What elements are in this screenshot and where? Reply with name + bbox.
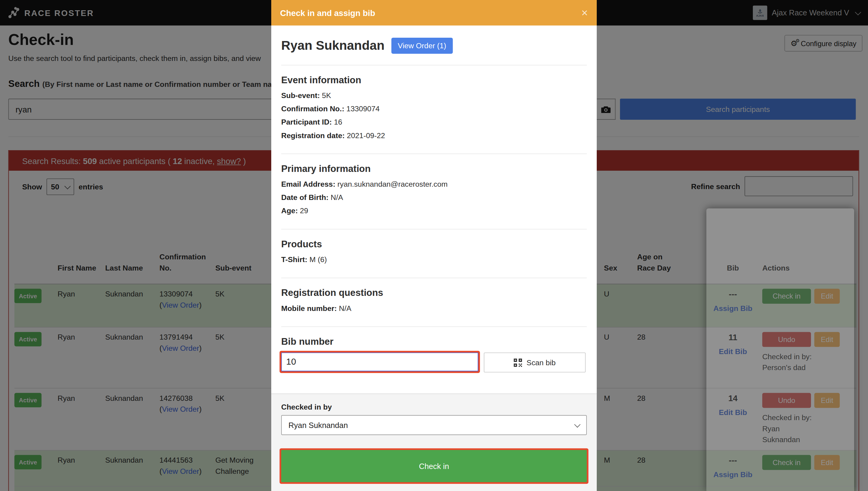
view-order-button[interactable]: View Order (1) xyxy=(391,38,453,54)
checked-in-by-select[interactable]: Ryan Suknandan xyxy=(281,415,587,435)
info-line: Participant ID: 16 xyxy=(281,116,587,129)
info-line: Mobile number: N/A xyxy=(281,302,587,315)
info-line: Sub-event: 5K xyxy=(281,89,587,103)
sticky-actions-column-panel xyxy=(707,208,854,491)
app-window: RACE ROSTER ⚓ AJAX Ajax Race Weekend V C… xyxy=(0,0,868,491)
check-in-submit-button[interactable]: Check in xyxy=(281,450,587,482)
section-heading: Event information xyxy=(281,75,587,86)
divider xyxy=(281,278,587,278)
info-line: Registration date: 2021-09-22 xyxy=(281,129,587,142)
scan-bib-button[interactable]: Scan bib xyxy=(484,352,586,373)
modal-header: Check in and assign bib × xyxy=(271,0,597,26)
divider xyxy=(281,229,587,230)
qr-code-icon xyxy=(514,358,522,367)
divider xyxy=(281,326,587,327)
info-line: Date of Birth: N/A xyxy=(281,191,587,204)
check-in-modal: Check in and assign bib × Ryan Suknandan… xyxy=(271,0,597,491)
close-icon[interactable]: × xyxy=(581,7,588,19)
checked-in-by-label: Checked in by xyxy=(281,403,587,411)
section-heading: Primary information xyxy=(281,164,587,175)
section-heading: Registration questions xyxy=(281,288,587,299)
bib-number-input[interactable] xyxy=(281,352,478,371)
section-heading: Bib number xyxy=(281,336,587,347)
info-line: Email Address: ryan.suknandan@raceroster… xyxy=(281,178,587,191)
info-line: Confirmation No.: 13309074 xyxy=(281,103,587,116)
chevron-down-icon xyxy=(574,421,581,427)
modal-title: Check in and assign bib xyxy=(280,8,375,18)
divider xyxy=(281,153,587,154)
participant-name: Ryan Suknandan xyxy=(281,38,384,53)
modal-body: Ryan Suknandan View Order (1) Event info… xyxy=(271,26,597,394)
info-line: T-Shirt: M (6) xyxy=(281,253,587,267)
section-heading: Products xyxy=(281,239,587,250)
divider xyxy=(281,65,587,65)
modal-footer: Checked in by Ryan Suknandan Check in xyxy=(271,394,597,491)
info-line: Age: 29 xyxy=(281,204,587,218)
